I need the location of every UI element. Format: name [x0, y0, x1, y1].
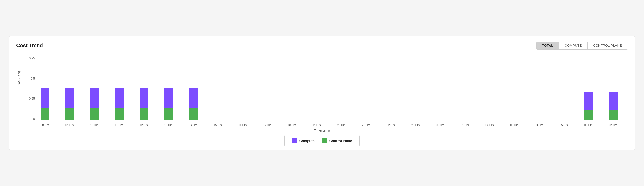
bar-group: [428, 57, 452, 120]
legend-swatch: [292, 138, 297, 143]
bar-stack: [584, 77, 593, 120]
tab-control-plane[interactable]: CONTROL PLANE: [588, 42, 628, 49]
bar-compute-segment: [90, 88, 99, 108]
bars-container: [33, 57, 626, 120]
x-tick: 00 Hrs: [428, 123, 452, 127]
chart-inner: [32, 57, 626, 120]
x-tick: 03 Hrs: [502, 123, 526, 127]
bar-stack: [115, 75, 124, 120]
bar-compute-segment: [66, 88, 74, 108]
bar-group: [452, 57, 477, 120]
bar-group: [329, 57, 354, 120]
bar-group: [354, 57, 378, 120]
tab-compute[interactable]: COMPUTE: [559, 42, 588, 49]
x-axis-labels: 08 Hrs09 Hrs10 Hrs11 Hrs12 Hrs13 Hrs14 H…: [32, 123, 626, 127]
bar-group: [477, 57, 502, 120]
bar-group: [107, 57, 132, 120]
bar-compute-segment: [584, 92, 593, 110]
chart-area: Cost (In $) 0.750.50.250 08 Hrs09 Hrs10 …: [16, 54, 628, 133]
bar-group: [378, 57, 403, 120]
x-tick: 09 Hrs: [57, 123, 82, 127]
bar-compute-segment: [189, 88, 198, 108]
legend-item-compute: Compute: [292, 138, 314, 143]
bar-compute-segment: [115, 88, 124, 108]
x-tick: 12 Hrs: [132, 123, 156, 127]
bar-stack: [189, 75, 198, 120]
legend-label: Compute: [300, 139, 314, 143]
bar-compute-segment: [41, 88, 50, 108]
bar-group: [57, 57, 82, 120]
bar-group: [206, 57, 230, 120]
cost-trend-card: Cost Trend TOTALCOMPUTECONTROL PLANE Cos…: [8, 36, 636, 150]
bar-control-segment: [41, 108, 50, 120]
bar-group: [403, 57, 428, 120]
bar-stack: [41, 75, 50, 120]
bar-compute-segment: [164, 88, 173, 108]
x-tick: 18 Hrs: [280, 123, 304, 127]
x-tick: 17 Hrs: [255, 123, 280, 127]
x-tick: 10 Hrs: [82, 123, 106, 127]
bar-control-segment: [584, 110, 593, 120]
legend-label: Control Plane: [330, 139, 352, 143]
bar-stack: [90, 75, 99, 120]
tab-total[interactable]: TOTAL: [536, 42, 559, 49]
bar-group: [181, 57, 206, 120]
bar-stack: [66, 75, 74, 120]
bar-group: [82, 57, 107, 120]
x-tick: 08 Hrs: [32, 123, 57, 127]
legend-swatch: [322, 138, 327, 143]
x-tick: 01 Hrs: [452, 123, 477, 127]
x-tick: 02 Hrs: [477, 123, 502, 127]
bar-control-segment: [164, 108, 173, 120]
x-tick: 07 Hrs: [601, 123, 626, 127]
x-tick: 15 Hrs: [206, 123, 230, 127]
x-tick: 20 Hrs: [329, 123, 354, 127]
bar-compute-segment: [609, 92, 618, 110]
y-axis-label: Cost (In $): [17, 82, 21, 86]
bar-compute-segment: [140, 88, 148, 108]
bar-control-segment: [189, 108, 198, 120]
bar-control-segment: [90, 108, 99, 120]
card-title: Cost Trend: [16, 43, 43, 49]
card-header: Cost Trend TOTALCOMPUTECONTROL PLANE: [16, 42, 628, 50]
x-tick: 06 Hrs: [576, 123, 600, 127]
bar-group: [551, 57, 576, 120]
x-tick: 05 Hrs: [551, 123, 576, 127]
bar-group: [132, 57, 156, 120]
x-tick: 16 Hrs: [230, 123, 255, 127]
x-tick: 13 Hrs: [156, 123, 180, 127]
bar-control-segment: [609, 110, 618, 120]
x-tick: 23 Hrs: [403, 123, 428, 127]
bar-group: [527, 57, 551, 120]
chart-legend: ComputeControl Plane: [284, 135, 360, 146]
bar-group: [230, 57, 255, 120]
bar-group: [576, 57, 600, 120]
bar-control-segment: [66, 108, 74, 120]
bar-group: [601, 57, 626, 120]
x-tick: 14 Hrs: [181, 123, 206, 127]
bar-stack: [164, 75, 173, 120]
bar-stack: [609, 77, 618, 120]
x-axis-title: Timestamp: [16, 129, 628, 132]
bar-group: [255, 57, 280, 120]
x-tick: 21 Hrs: [354, 123, 378, 127]
x-tick: 11 Hrs: [106, 123, 131, 127]
x-tick: 22 Hrs: [378, 123, 403, 127]
x-tick: 04 Hrs: [526, 123, 551, 127]
x-tick: 19 Hrs: [304, 123, 329, 127]
tab-group: TOTALCOMPUTECONTROL PLANE: [536, 42, 628, 50]
bar-group: [304, 57, 329, 120]
bar-control-segment: [140, 108, 148, 120]
bar-group: [156, 57, 181, 120]
bar-stack: [140, 75, 148, 120]
legend-item-control-plane: Control Plane: [322, 138, 352, 143]
bar-group: [280, 57, 304, 120]
bar-control-segment: [115, 108, 124, 120]
bar-group: [33, 57, 57, 120]
bar-group: [502, 57, 526, 120]
